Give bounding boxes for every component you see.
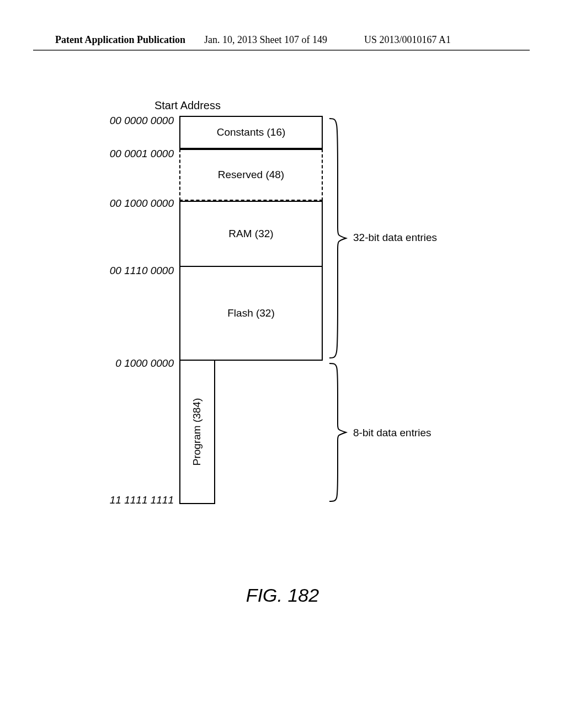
box-constants-label: Constants (16) <box>217 126 286 138</box>
box-ram-label: RAM (32) <box>228 228 273 240</box>
figure-caption: FIG. 182 <box>0 585 565 606</box>
address-4: 0 1000 0000 <box>88 357 174 370</box>
box-program-label: Program (384) <box>191 398 204 466</box>
box-flash: Flash (32) <box>179 267 323 361</box>
box-reserved: Reserved (48) <box>179 149 323 201</box>
box-program: Program (384) <box>179 361 215 504</box>
box-constants: Constants (16) <box>179 116 323 149</box>
memory-map-diagram: Start Address 00 0000 0000 00 0001 0000 … <box>88 99 486 540</box>
address-2: 00 1000 0000 <box>88 197 174 210</box>
box-flash-label: Flash (32) <box>227 307 275 319</box>
brace-32bit-icon <box>327 116 349 361</box>
header-rule <box>33 50 530 51</box>
box-ram: RAM (32) <box>179 201 323 267</box>
box-reserved-label: Reserved (48) <box>218 169 284 181</box>
address-1: 00 0001 0000 <box>88 148 174 160</box>
address-0: 00 0000 0000 <box>88 115 174 127</box>
brace-8bit-label: 8-bit data entries <box>353 427 431 439</box>
header-left: Patent Application Publication <box>55 34 185 46</box>
header-center: Jan. 10, 2013 Sheet 107 of 149 <box>204 34 327 46</box>
brace-8bit-icon <box>327 361 349 504</box>
address-5: 11 1111 1111 <box>88 494 174 506</box>
brace-32bit-label: 32-bit data entries <box>353 232 437 244</box>
start-address-title: Start Address <box>138 99 221 112</box>
address-3: 00 1110 0000 <box>88 265 174 277</box>
header-right: US 2013/0010167 A1 <box>364 34 451 46</box>
